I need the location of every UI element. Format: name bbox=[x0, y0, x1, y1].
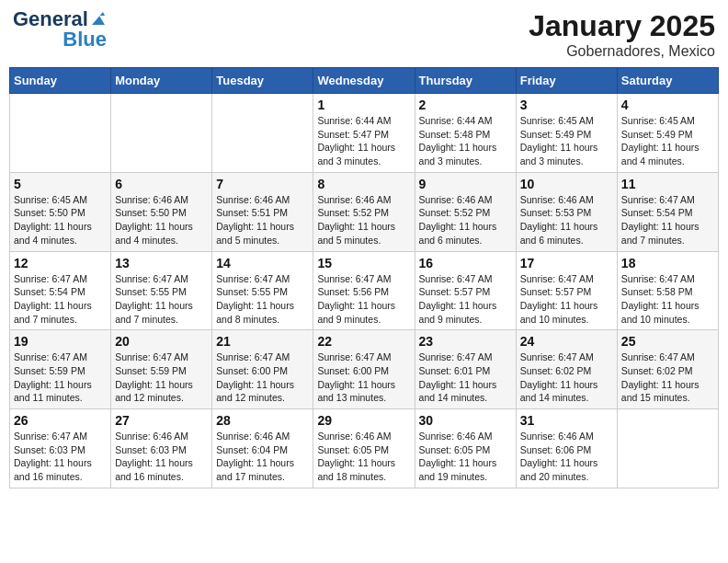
calendar-cell: 11Sunrise: 6:47 AMSunset: 5:54 PMDayligh… bbox=[617, 172, 718, 251]
day-number: 4 bbox=[621, 98, 714, 112]
location-subtitle: Gobernadores, Mexico bbox=[529, 43, 715, 60]
day-number: 17 bbox=[520, 256, 613, 270]
day-info: Sunrise: 6:47 AMSunset: 5:57 PMDaylight:… bbox=[520, 272, 613, 327]
day-number: 23 bbox=[419, 334, 512, 349]
calendar-cell: 24Sunrise: 6:47 AMSunset: 6:02 PMDayligh… bbox=[516, 330, 617, 409]
calendar-cell: 22Sunrise: 6:47 AMSunset: 6:00 PMDayligh… bbox=[313, 330, 415, 409]
day-number: 26 bbox=[14, 413, 107, 428]
calendar-cell: 16Sunrise: 6:47 AMSunset: 5:57 PMDayligh… bbox=[415, 251, 516, 330]
logo-text-blue: Blue bbox=[63, 29, 107, 50]
day-info: Sunrise: 6:47 AMSunset: 5:54 PMDaylight:… bbox=[621, 193, 714, 247]
calendar-cell: 3Sunrise: 6:45 AMSunset: 5:49 PMDaylight… bbox=[516, 94, 617, 173]
calendar-cell: 7Sunrise: 6:46 AMSunset: 5:51 PMDaylight… bbox=[212, 172, 313, 251]
calendar-cell: 27Sunrise: 6:46 AMSunset: 6:03 PMDayligh… bbox=[111, 409, 212, 488]
day-info: Sunrise: 6:47 AMSunset: 5:54 PMDaylight:… bbox=[14, 272, 107, 327]
week-row-1: 1Sunrise: 6:44 AMSunset: 5:47 PMDaylight… bbox=[10, 94, 719, 173]
calendar-cell: 20Sunrise: 6:47 AMSunset: 5:59 PMDayligh… bbox=[111, 330, 212, 409]
day-info: Sunrise: 6:47 AMSunset: 6:01 PMDaylight:… bbox=[419, 350, 512, 405]
calendar-cell: 29Sunrise: 6:46 AMSunset: 6:05 PMDayligh… bbox=[313, 409, 415, 488]
day-number: 14 bbox=[216, 256, 309, 270]
day-number: 6 bbox=[115, 177, 208, 191]
logo-text-general: General bbox=[13, 9, 88, 29]
calendar-cell: 23Sunrise: 6:47 AMSunset: 6:01 PMDayligh… bbox=[415, 330, 516, 409]
day-info: Sunrise: 6:47 AMSunset: 5:55 PMDaylight:… bbox=[115, 272, 208, 327]
day-info: Sunrise: 6:47 AMSunset: 6:03 PMDaylight:… bbox=[14, 430, 107, 484]
day-info: Sunrise: 6:47 AMSunset: 5:55 PMDaylight:… bbox=[216, 272, 309, 327]
day-number: 24 bbox=[520, 334, 613, 349]
day-info: Sunrise: 6:46 AMSunset: 6:05 PMDaylight:… bbox=[317, 430, 410, 484]
day-info: Sunrise: 6:45 AMSunset: 5:49 PMDaylight:… bbox=[621, 114, 714, 168]
day-number: 10 bbox=[520, 177, 613, 191]
title-block: January 2025 Gobernadores, Mexico bbox=[529, 9, 715, 60]
day-info: Sunrise: 6:47 AMSunset: 5:59 PMDaylight:… bbox=[14, 350, 107, 405]
day-info: Sunrise: 6:45 AMSunset: 5:49 PMDaylight:… bbox=[520, 114, 613, 168]
week-row-2: 5Sunrise: 6:45 AMSunset: 5:50 PMDaylight… bbox=[10, 172, 719, 251]
col-header-saturday: Saturday bbox=[617, 68, 718, 94]
calendar-cell: 10Sunrise: 6:46 AMSunset: 5:53 PMDayligh… bbox=[516, 172, 617, 251]
logo: General Blue bbox=[13, 9, 107, 50]
calendar-cell bbox=[617, 409, 718, 488]
page-header: General Blue January 2025 Gobernadores, … bbox=[9, 9, 719, 60]
day-number: 30 bbox=[419, 413, 512, 428]
day-number: 13 bbox=[115, 256, 208, 270]
day-info: Sunrise: 6:47 AMSunset: 6:02 PMDaylight:… bbox=[621, 350, 714, 405]
day-info: Sunrise: 6:46 AMSunset: 5:52 PMDaylight:… bbox=[317, 193, 410, 247]
calendar-cell: 13Sunrise: 6:47 AMSunset: 5:55 PMDayligh… bbox=[111, 251, 212, 330]
day-info: Sunrise: 6:44 AMSunset: 5:47 PMDaylight:… bbox=[317, 114, 410, 168]
svg-marker-0 bbox=[92, 12, 105, 25]
day-number: 2 bbox=[419, 98, 512, 112]
week-row-4: 19Sunrise: 6:47 AMSunset: 5:59 PMDayligh… bbox=[10, 330, 719, 409]
day-number: 20 bbox=[115, 334, 208, 349]
day-number: 29 bbox=[317, 413, 410, 428]
day-info: Sunrise: 6:46 AMSunset: 5:53 PMDaylight:… bbox=[520, 193, 613, 247]
week-row-3: 12Sunrise: 6:47 AMSunset: 5:54 PMDayligh… bbox=[10, 251, 719, 330]
calendar-cell: 17Sunrise: 6:47 AMSunset: 5:57 PMDayligh… bbox=[516, 251, 617, 330]
logo-icon bbox=[90, 8, 107, 29]
day-number: 11 bbox=[621, 177, 714, 191]
calendar-table: SundayMondayTuesdayWednesdayThursdayFrid… bbox=[9, 67, 719, 488]
calendar-cell bbox=[111, 94, 212, 173]
day-number: 22 bbox=[317, 334, 410, 349]
calendar-cell: 2Sunrise: 6:44 AMSunset: 5:48 PMDaylight… bbox=[415, 94, 516, 173]
day-number: 16 bbox=[419, 256, 512, 270]
calendar-cell: 4Sunrise: 6:45 AMSunset: 5:49 PMDaylight… bbox=[617, 94, 718, 173]
col-header-thursday: Thursday bbox=[415, 68, 516, 94]
day-info: Sunrise: 6:47 AMSunset: 5:59 PMDaylight:… bbox=[115, 350, 208, 405]
col-header-tuesday: Tuesday bbox=[212, 68, 313, 94]
col-header-friday: Friday bbox=[516, 68, 617, 94]
week-row-5: 26Sunrise: 6:47 AMSunset: 6:03 PMDayligh… bbox=[10, 409, 719, 488]
calendar-cell: 26Sunrise: 6:47 AMSunset: 6:03 PMDayligh… bbox=[10, 409, 111, 488]
calendar-cell: 6Sunrise: 6:46 AMSunset: 5:50 PMDaylight… bbox=[111, 172, 212, 251]
col-header-sunday: Sunday bbox=[10, 68, 111, 94]
day-info: Sunrise: 6:46 AMSunset: 6:05 PMDaylight:… bbox=[419, 430, 512, 484]
calendar-cell: 8Sunrise: 6:46 AMSunset: 5:52 PMDaylight… bbox=[313, 172, 415, 251]
calendar-cell: 12Sunrise: 6:47 AMSunset: 5:54 PMDayligh… bbox=[10, 251, 111, 330]
calendar-cell: 21Sunrise: 6:47 AMSunset: 6:00 PMDayligh… bbox=[212, 330, 313, 409]
day-number: 7 bbox=[216, 177, 309, 191]
day-info: Sunrise: 6:47 AMSunset: 5:56 PMDaylight:… bbox=[317, 272, 410, 327]
calendar-cell: 19Sunrise: 6:47 AMSunset: 5:59 PMDayligh… bbox=[10, 330, 111, 409]
day-number: 27 bbox=[115, 413, 208, 428]
day-info: Sunrise: 6:47 AMSunset: 6:02 PMDaylight:… bbox=[520, 350, 613, 405]
calendar-cell bbox=[212, 94, 313, 173]
calendar-cell: 31Sunrise: 6:46 AMSunset: 6:06 PMDayligh… bbox=[516, 409, 617, 488]
day-info: Sunrise: 6:46 AMSunset: 5:52 PMDaylight:… bbox=[419, 193, 512, 247]
day-info: Sunrise: 6:46 AMSunset: 6:03 PMDaylight:… bbox=[115, 430, 208, 484]
month-title: January 2025 bbox=[529, 9, 715, 43]
day-info: Sunrise: 6:46 AMSunset: 5:50 PMDaylight:… bbox=[115, 193, 208, 247]
day-info: Sunrise: 6:44 AMSunset: 5:48 PMDaylight:… bbox=[419, 114, 512, 168]
day-number: 3 bbox=[520, 98, 613, 112]
day-number: 8 bbox=[317, 177, 410, 191]
calendar-cell: 1Sunrise: 6:44 AMSunset: 5:47 PMDaylight… bbox=[313, 94, 415, 173]
calendar-cell: 15Sunrise: 6:47 AMSunset: 5:56 PMDayligh… bbox=[313, 251, 415, 330]
day-info: Sunrise: 6:46 AMSunset: 5:51 PMDaylight:… bbox=[216, 193, 309, 247]
day-number: 19 bbox=[14, 334, 107, 349]
calendar-header-row: SundayMondayTuesdayWednesdayThursdayFrid… bbox=[10, 68, 719, 94]
calendar-cell: 30Sunrise: 6:46 AMSunset: 6:05 PMDayligh… bbox=[415, 409, 516, 488]
calendar-cell: 28Sunrise: 6:46 AMSunset: 6:04 PMDayligh… bbox=[212, 409, 313, 488]
day-number: 28 bbox=[216, 413, 309, 428]
day-info: Sunrise: 6:47 AMSunset: 5:58 PMDaylight:… bbox=[621, 272, 714, 327]
day-number: 21 bbox=[216, 334, 309, 349]
calendar-cell: 9Sunrise: 6:46 AMSunset: 5:52 PMDaylight… bbox=[415, 172, 516, 251]
day-info: Sunrise: 6:46 AMSunset: 6:04 PMDaylight:… bbox=[216, 430, 309, 484]
